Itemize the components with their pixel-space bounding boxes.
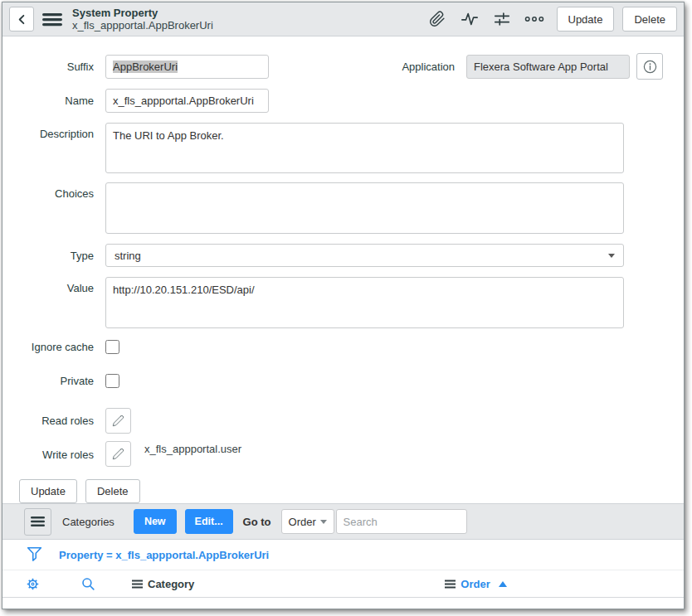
choices-textarea[interactable] <box>105 182 624 234</box>
search-icon[interactable] <box>80 576 96 592</box>
form-title-block: System Property x_fls_appportal.AppBroke… <box>72 7 213 32</box>
gear-icon[interactable] <box>25 576 41 592</box>
ignore-cache-checkbox[interactable] <box>105 340 119 354</box>
write-roles-edit-button[interactable] <box>105 441 131 467</box>
goto-field-select[interactable]: Order <box>281 509 334 534</box>
read-roles-edit-button[interactable] <box>105 408 131 434</box>
suffix-field-group: Suffix AppBrokerUri <box>19 55 269 79</box>
info-icon <box>642 59 658 75</box>
private-label: Private <box>19 375 105 387</box>
related-list-menu-button[interactable] <box>24 508 51 536</box>
edit-button[interactable]: Edit... <box>185 509 233 534</box>
value-textarea[interactable]: http://10.20.151.210/ESD/api/ <box>105 277 624 328</box>
private-checkbox[interactable] <box>105 374 119 388</box>
row-read-roles: Read roles <box>19 408 663 434</box>
goto-label: Go to <box>243 516 271 528</box>
column-header-order[interactable]: Order <box>445 578 506 590</box>
description-textarea[interactable]: The URI to App Broker. <box>105 123 624 173</box>
row-suffix-application: Suffix AppBrokerUri Application <box>19 53 663 80</box>
application-field-group: Application <box>402 53 663 80</box>
new-button[interactable]: New <box>134 509 177 534</box>
pencil-icon <box>112 415 124 427</box>
list-body-empty <box>2 598 684 609</box>
row-name: Name <box>19 89 663 113</box>
suffix-label: Suffix <box>19 61 105 73</box>
delete-button-footer[interactable]: Delete <box>85 479 140 503</box>
form-context-menu-icon[interactable] <box>42 11 62 27</box>
column-menu-icon <box>132 580 143 589</box>
application-reference-info-button[interactable] <box>636 53 663 80</box>
activity-stream-icon[interactable] <box>459 8 480 30</box>
row-value: Value http://10.20.151.210/ESD/api/ <box>19 277 663 328</box>
choices-label: Choices <box>19 182 105 200</box>
row-private: Private <box>19 374 663 388</box>
page-title: System Property <box>72 7 213 19</box>
more-options-icon[interactable] <box>524 8 545 30</box>
column-menu-icon <box>445 580 456 589</box>
hamburger-icon <box>31 516 45 527</box>
value-label: Value <box>19 277 105 294</box>
type-select[interactable]: string <box>105 244 624 267</box>
back-button[interactable] <box>9 7 34 32</box>
application-label: Application <box>402 61 466 73</box>
write-roles-label: Write roles <box>19 441 105 461</box>
suffix-selected-text: AppBrokerUri <box>113 61 178 73</box>
record-form-window: System Property x_fls_appportal.AppBroke… <box>2 2 685 609</box>
name-label: Name <box>19 95 105 107</box>
form-header-bar: System Property x_fls_appportal.AppBroke… <box>2 2 684 36</box>
read-roles-label: Read roles <box>19 415 105 427</box>
chevron-down-icon <box>608 254 615 258</box>
row-write-roles: Write roles x_fls_appportal.user <box>19 441 663 467</box>
type-label: Type <box>19 250 105 262</box>
row-ignore-cache: Ignore cache <box>19 340 663 354</box>
record-subtitle: x_fls_appportal.AppBrokerUri <box>72 19 213 32</box>
column-header-label: Category <box>148 578 194 590</box>
filter-condition-link[interactable]: Property = x_fls_appportal.AppBrokerUri <box>59 549 269 561</box>
list-filter-row: Property = x_fls_appportal.AppBrokerUri <box>2 540 684 570</box>
write-roles-value: x_fls_appportal.user <box>144 443 241 455</box>
list-search-input[interactable] <box>336 509 467 534</box>
list-column-header-row: Category Order <box>2 570 684 598</box>
funnel-icon[interactable] <box>26 546 43 565</box>
column-header-category[interactable]: Category <box>132 578 194 590</box>
goto-selected-value: Order <box>289 516 320 528</box>
chevron-down-icon <box>320 520 327 524</box>
paperclip-icon[interactable] <box>426 8 448 30</box>
row-choices: Choices <box>19 182 663 234</box>
related-list-title: Categories <box>62 516 115 528</box>
sort-ascending-icon <box>499 581 507 587</box>
suffix-input[interactable]: AppBrokerUri <box>105 55 269 79</box>
ignore-cache-label: Ignore cache <box>19 341 105 353</box>
chevron-left-icon <box>16 13 28 26</box>
type-selected-value: string <box>115 250 608 262</box>
delete-button-header[interactable]: Delete <box>622 7 677 32</box>
update-button-footer[interactable]: Update <box>19 479 77 503</box>
row-description: Description The URI to App Broker. <box>19 123 663 173</box>
form-body: Suffix AppBrokerUri Application Name Des <box>2 36 684 503</box>
row-type: Type string <box>19 244 663 267</box>
pencil-icon <box>112 448 124 460</box>
update-button-header[interactable]: Update <box>557 7 615 32</box>
name-input[interactable] <box>105 89 269 113</box>
application-input <box>466 55 630 79</box>
column-header-label: Order <box>461 578 490 590</box>
description-label: Description <box>19 123 105 140</box>
form-footer-buttons: Update Delete <box>19 479 663 503</box>
personalize-form-sliders-icon[interactable] <box>491 8 513 30</box>
related-list-header-bar: Categories New Edit... Go to Order <box>2 503 684 540</box>
